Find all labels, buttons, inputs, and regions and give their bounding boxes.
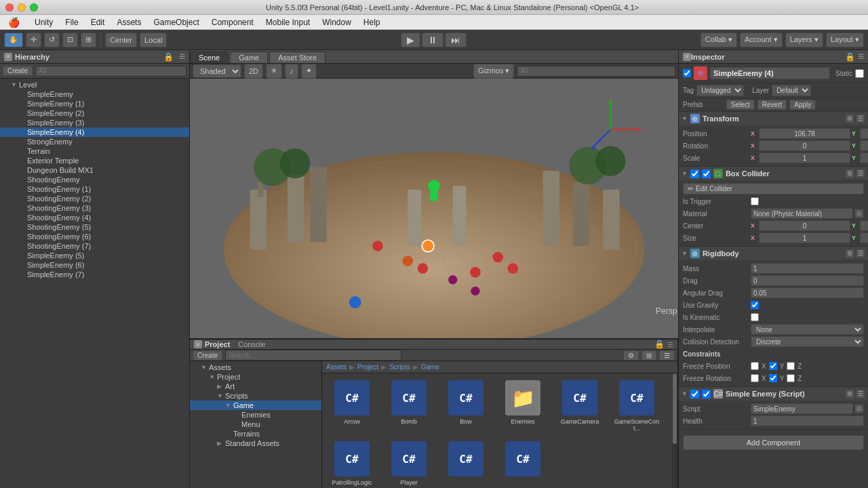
local-button[interactable]: Local (140, 33, 167, 47)
project-tree-game[interactable]: ▼ Game (190, 401, 321, 410)
health-input[interactable] (751, 415, 864, 426)
hierarchy-item-strongenemy[interactable]: StrongEnemy (0, 137, 189, 146)
hierarchy-item-shootingenemy[interactable]: ShootingEnemy (0, 175, 189, 184)
asset-store-tab[interactable]: Asset Store (269, 52, 326, 63)
project-view-button[interactable]: ⊞ (642, 350, 656, 361)
rigidbody-menu-icon[interactable]: ☰ (856, 249, 865, 258)
move-tool-button[interactable]: ✛ (26, 33, 41, 47)
hierarchy-item-shootingenemy4[interactable]: ShootingEnemy (4) (0, 213, 189, 222)
window-menu[interactable]: Window (317, 16, 357, 28)
script-settings-icon[interactable]: ⚙ (845, 389, 854, 399)
freeze-rot-z-checkbox[interactable] (787, 374, 795, 382)
hierarchy-create-button[interactable]: Create (3, 66, 33, 76)
file-item-extra2[interactable] (496, 437, 550, 488)
audio-button[interactable]: ♪ (285, 64, 298, 79)
collision-detection-dropdown[interactable]: Discrete (751, 336, 864, 347)
project-create-button[interactable]: Create (193, 350, 222, 361)
gizmos-button[interactable]: Gizmos ▾ (473, 64, 514, 79)
scene-viewport[interactable]: Persp (190, 79, 678, 338)
hierarchy-item-simpleenemy4[interactable]: SimpleEnemy (4) (0, 127, 189, 137)
layout-dropdown[interactable]: Layout ▾ (826, 33, 864, 47)
breadcrumb-scripts[interactable]: Scripts (389, 363, 410, 371)
hierarchy-item-level[interactable]: ▼ Level (0, 80, 189, 89)
game-tab[interactable]: Game (230, 52, 268, 63)
file-item-gamescene[interactable]: GameSceneCont... (610, 376, 664, 434)
breadcrumb-assets[interactable]: Assets (326, 363, 347, 371)
rigidbody-header[interactable]: ▼ ⊗ Rigidbody ⚙ ☰ (679, 247, 868, 260)
unity-menu[interactable]: Unity (29, 16, 58, 28)
mass-input[interactable] (751, 263, 864, 274)
transform-settings-icon[interactable]: ⚙ (845, 114, 854, 123)
scrollbar-thumb[interactable] (673, 373, 677, 444)
project-title[interactable]: Project (202, 340, 233, 348)
collider-settings-icon[interactable]: ⚙ (845, 169, 854, 178)
hierarchy-item-simpleenemy2[interactable]: SimpleEnemy (2) (0, 108, 189, 118)
rot-x-input[interactable] (759, 140, 850, 151)
file-item-bow[interactable]: Bow (439, 376, 493, 434)
project-filter-button[interactable]: ⚙ (623, 350, 639, 361)
freeze-pos-y-checkbox[interactable] (769, 362, 777, 370)
script-enable-checkbox2[interactable] (702, 390, 711, 399)
file-item-extra1[interactable] (439, 437, 493, 488)
static-checkbox[interactable] (855, 69, 864, 78)
project-lock-icon[interactable]: 🔒 (654, 340, 665, 349)
project-tree-assets[interactable]: ▼ Assets (190, 363, 321, 372)
collider-menu-icon[interactable]: ☰ (856, 169, 865, 178)
script-input[interactable] (751, 403, 853, 414)
rot-y-input[interactable] (860, 140, 868, 151)
pos-x-input[interactable] (759, 128, 850, 139)
mobile-input-menu[interactable]: Mobile Input (260, 16, 315, 28)
simple-enemy-header[interactable]: ▼ C# Simple Enemy (Script) ⚙ ☰ (679, 387, 868, 401)
console-tab[interactable]: Console (233, 340, 271, 348)
rigidbody-settings-icon[interactable]: ⚙ (845, 249, 854, 258)
gameobject-menu[interactable]: GameObject (148, 16, 204, 28)
collab-button[interactable]: Collab ▾ (701, 33, 737, 47)
fx-button[interactable]: ✦ (301, 64, 317, 79)
hierarchy-lock-icon[interactable]: 🔒 (163, 52, 174, 62)
hierarchy-item-simpleenemy1[interactable]: SimpleEnemy (1) (0, 99, 189, 108)
inspector-lock-icon[interactable]: 🔒 (845, 52, 855, 62)
edit-collider-button[interactable]: ✏ Edit Collider (683, 183, 864, 195)
project-menu-icon[interactable]: ☰ (667, 341, 673, 348)
hierarchy-item-simpleenemy3[interactable]: SimpleEnemy (3) (0, 118, 189, 127)
collider-enable-checkbox[interactable] (690, 169, 699, 178)
lighting-button[interactable]: ☀ (266, 64, 282, 79)
breadcrumb-project[interactable]: Project (357, 363, 378, 371)
maximize-button[interactable] (30, 3, 38, 12)
hierarchy-item-exterior-temple[interactable]: Exterior Temple (0, 156, 189, 165)
drag-input[interactable] (751, 275, 864, 286)
hierarchy-item-shootingenemy5[interactable]: ShootingEnemy (5) (0, 222, 189, 232)
hierarchy-item-simpleenemy6[interactable]: SimpleEnemy (6) (0, 260, 189, 270)
revert-button[interactable]: Revert (757, 100, 787, 110)
scale-y-input[interactable] (860, 152, 868, 163)
project-options-button[interactable]: ☰ (659, 350, 675, 361)
pause-button[interactable]: ⏸ (422, 33, 443, 47)
project-tree-scripts[interactable]: ▼ Scripts (190, 391, 321, 401)
help-menu[interactable]: Help (358, 16, 386, 28)
transform-menu-icon[interactable]: ☰ (856, 114, 865, 123)
hierarchy-search-input[interactable] (35, 66, 186, 77)
is-kinematic-checkbox[interactable] (751, 313, 759, 321)
freeze-rot-y-checkbox[interactable] (769, 374, 777, 382)
hierarchy-item-simpleenemy7[interactable]: SimpleEnemy (7) (0, 270, 189, 279)
center-y-input[interactable] (860, 220, 868, 231)
project-tree-enemies[interactable]: Enemies (190, 410, 321, 420)
hierarchy-item-terrain[interactable]: Terrain (0, 146, 189, 156)
component-menu[interactable]: Component (206, 16, 259, 28)
file-item-player[interactable]: Player (382, 437, 436, 488)
hierarchy-item-simpleenemy[interactable]: SimpleEnemy (0, 89, 189, 99)
script-menu-icon[interactable]: ☰ (856, 389, 865, 399)
center-button[interactable]: Center (105, 33, 137, 47)
angular-drag-input[interactable] (751, 287, 864, 298)
hierarchy-item-shootingenemy2[interactable]: ShootingEnemy (2) (0, 194, 189, 203)
hierarchy-item-shootingenemy7[interactable]: ShootingEnemy (7) (0, 241, 189, 251)
script-pick-icon[interactable]: ⊙ (854, 404, 864, 413)
edit-menu[interactable]: Edit (85, 16, 111, 28)
project-search-input[interactable] (225, 350, 401, 361)
close-button[interactable] (5, 3, 14, 12)
tag-dropdown[interactable]: Untagged (696, 85, 744, 96)
object-active-checkbox[interactable] (683, 69, 691, 77)
project-tree-menu[interactable]: Menu (190, 420, 321, 429)
box-collider-header[interactable]: ▼ □ Box Collider ⚙ ☰ (679, 167, 868, 180)
file-item-gamecamera[interactable]: GameCamera (553, 376, 607, 434)
